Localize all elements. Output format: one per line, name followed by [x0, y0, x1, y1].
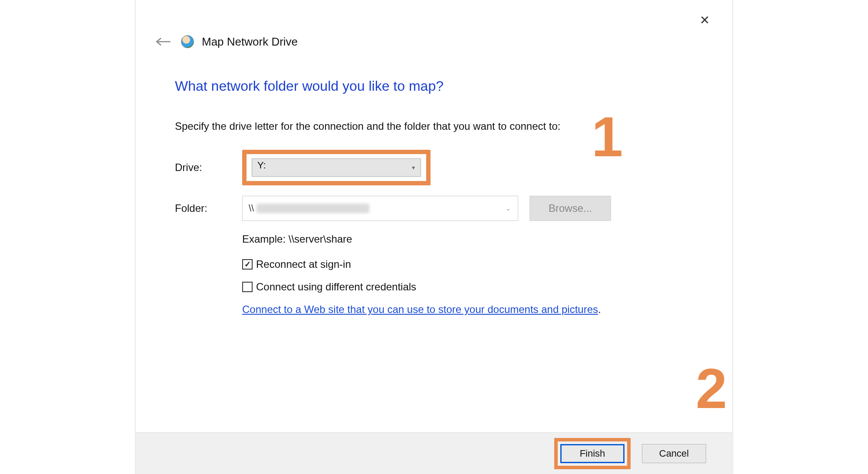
different-credentials-label: Connect using different credentials [256, 281, 416, 293]
different-credentials-checkbox[interactable] [242, 282, 253, 292]
reconnect-label: Reconnect at sign-in [256, 258, 351, 270]
folder-row: Folder: \\ ⌄ Browse... [175, 196, 693, 221]
folder-label: Folder: [175, 202, 242, 214]
different-credentials-row: Connect using different credentials [242, 281, 693, 293]
page-root: ✕ Map Network Drive What network folder … [0, 0, 868, 474]
drive-label: Drive: [175, 161, 242, 174]
page-heading: What network folder would you like to ma… [175, 78, 693, 94]
folder-value-redacted [256, 204, 369, 213]
chevron-down-icon: ⌄ [506, 205, 511, 212]
reconnect-row: Reconnect at sign-in [242, 258, 693, 270]
back-arrow-icon [155, 36, 172, 47]
dialog-title: Map Network Drive [202, 35, 298, 49]
cancel-button[interactable]: Cancel [642, 444, 706, 463]
network-drive-icon [181, 35, 194, 48]
browse-button[interactable]: Browse... [529, 196, 611, 221]
close-button[interactable]: ✕ [694, 10, 715, 30]
back-button[interactable] [153, 34, 173, 49]
dialog-header: Map Network Drive [153, 34, 298, 49]
folder-combobox[interactable]: \\ ⌄ [242, 196, 518, 221]
map-network-drive-dialog: ✕ Map Network Drive What network folder … [135, 0, 733, 474]
drive-highlight-box: Y: ▾ [242, 150, 431, 185]
folder-prefix: \\ [249, 203, 254, 214]
drive-row: Drive: Y: ▾ [175, 150, 693, 185]
dialog-content: What network folder would you like to ma… [175, 78, 693, 316]
finish-button[interactable]: Finish [560, 444, 625, 463]
indented-options: Example: \\server\share Reconnect at sig… [242, 233, 693, 316]
dialog-footer: Finish Cancel [136, 432, 732, 474]
drive-value: Y: [257, 160, 266, 171]
connect-website-link[interactable]: Connect to a Web site that you can use t… [242, 303, 598, 315]
instruction-text: Specify the drive letter for the connect… [175, 120, 693, 132]
link-period: . [598, 303, 601, 315]
drive-dropdown[interactable]: Y: [252, 158, 421, 177]
annotation-callout-2: 2 [696, 360, 727, 417]
reconnect-checkbox[interactable] [242, 259, 253, 270]
example-text: Example: \\server\share [242, 233, 693, 245]
close-icon: ✕ [700, 13, 710, 27]
finish-highlight-box: Finish [554, 438, 631, 469]
website-link-row: Connect to a Web site that you can use t… [242, 303, 693, 316]
